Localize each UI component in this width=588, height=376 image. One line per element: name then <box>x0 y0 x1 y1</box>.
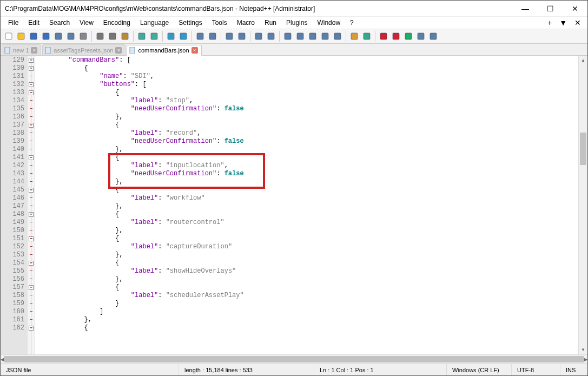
doc-list-icon[interactable] <box>319 30 331 42</box>
folder-icon[interactable] <box>348 30 360 42</box>
play-multi-icon[interactable] <box>415 30 427 42</box>
scroll-thumb-h[interactable] <box>4 356 584 362</box>
code-line[interactable]: { <box>37 121 578 129</box>
fold-toggle[interactable]: − <box>29 236 34 241</box>
menu-edit[interactable]: Edit <box>24 18 44 28</box>
code-line[interactable]: }, <box>37 251 578 259</box>
menu-[interactable]: ? <box>346 18 358 28</box>
stop-macro-icon[interactable] <box>390 30 402 42</box>
code-line[interactable]: { <box>37 235 578 243</box>
fold-toggle[interactable]: − <box>29 66 34 71</box>
code-line[interactable]: } <box>37 300 578 308</box>
udl-icon[interactable] <box>294 30 306 42</box>
code-line[interactable]: "needUserConfirmation": false <box>37 170 578 178</box>
vertical-scrollbar[interactable]: ▲ ▼ <box>578 56 587 354</box>
code-line[interactable]: "label": "schedulerAssetPlay" <box>37 292 578 300</box>
code-line[interactable]: "label": "record", <box>37 129 578 137</box>
replace-icon[interactable] <box>177 30 189 42</box>
code-line[interactable]: }, <box>37 275 578 283</box>
code-line[interactable]: "label": "captureDuration" <box>37 243 578 251</box>
scroll-down-button[interactable]: ▼ <box>579 345 587 354</box>
code-line[interactable]: "needUserConfirmation": false <box>37 137 578 146</box>
sync-h-icon[interactable] <box>236 30 248 42</box>
menu-window[interactable]: Window <box>313 18 345 28</box>
code-line[interactable]: { <box>37 186 578 194</box>
save-all-icon[interactable] <box>40 30 52 42</box>
sync-v-icon[interactable] <box>223 30 235 42</box>
code-line[interactable]: "commandBars": [ <box>37 56 578 64</box>
code-line[interactable]: }, <box>37 202 578 210</box>
code-line[interactable]: { <box>37 64 578 72</box>
code-line[interactable]: "label": "showHideOverlays" <box>37 267 578 275</box>
zoom-out-icon[interactable] <box>207 30 219 42</box>
code-line[interactable]: "label": "workflow" <box>37 194 578 202</box>
scroll-thumb-v[interactable] <box>580 133 586 165</box>
code-line[interactable]: "buttons": [ <box>37 81 578 89</box>
play-macro-icon[interactable] <box>402 30 414 42</box>
function-list-icon[interactable] <box>332 30 343 42</box>
code-line[interactable]: "label": "routercontrol" <box>37 219 578 227</box>
code-line[interactable]: { <box>37 210 578 219</box>
menu-view[interactable]: View <box>75 18 98 28</box>
fold-toggle[interactable]: − <box>29 82 34 87</box>
close-icon[interactable] <box>52 30 64 42</box>
code-line[interactable]: "needUserConfirmation": false <box>37 105 578 113</box>
code-line[interactable]: }, <box>37 316 578 324</box>
save-icon[interactable] <box>28 30 39 42</box>
menu-language[interactable]: Language <box>136 18 173 28</box>
save-macro-icon[interactable] <box>427 30 439 42</box>
menu-plus-button[interactable]: + <box>544 17 555 28</box>
code-line[interactable]: "label": "stop", <box>37 97 578 105</box>
tab-close-icon[interactable]: × <box>31 47 37 54</box>
code-line[interactable]: }, <box>37 113 578 121</box>
tab-close-icon[interactable]: × <box>191 47 198 54</box>
menu-tools[interactable]: Tools <box>208 18 232 28</box>
maximize-button[interactable]: ☐ <box>538 1 563 17</box>
menu-macro[interactable]: Macro <box>233 18 259 28</box>
paste-icon[interactable] <box>119 30 131 42</box>
menu-dropdown-button[interactable]: ▼ <box>556 17 570 28</box>
monitor-icon[interactable] <box>361 30 373 42</box>
menu-plugins[interactable]: Plugins <box>282 18 312 28</box>
open-file-icon[interactable] <box>15 30 27 42</box>
code-line[interactable]: ] <box>37 308 578 316</box>
scroll-up-button[interactable]: ▲ <box>579 56 587 65</box>
show-all-icon[interactable] <box>265 30 277 42</box>
code-line[interactable]: { <box>37 259 578 267</box>
print-icon[interactable] <box>77 30 89 42</box>
tab-new-1[interactable]: new 1× <box>2 44 41 55</box>
close-window-button[interactable]: ✕ <box>563 1 587 17</box>
code-line[interactable]: }, <box>37 146 578 154</box>
close-all-icon[interactable] <box>65 30 77 42</box>
code-line[interactable]: }, <box>37 227 578 235</box>
fold-toggle[interactable]: − <box>29 58 34 63</box>
redo-icon[interactable] <box>148 30 160 42</box>
indent-guide-icon[interactable] <box>282 30 294 42</box>
fold-toggle[interactable]: − <box>29 261 34 266</box>
code-line[interactable]: }, <box>37 178 578 186</box>
menu-settings[interactable]: Settings <box>174 18 206 28</box>
new-file-icon[interactable] <box>3 30 15 42</box>
minimize-button[interactable]: — <box>513 1 538 17</box>
code-line[interactable]: { <box>37 89 578 97</box>
menu-file[interactable]: File <box>4 18 23 28</box>
fold-toggle[interactable]: − <box>29 123 34 128</box>
fold-toggle[interactable]: − <box>29 326 34 331</box>
menu-encoding[interactable]: Encoding <box>99 18 135 28</box>
fold-toggle[interactable]: − <box>29 155 34 160</box>
horizontal-scrollbar[interactable]: ◀ ▶ <box>1 354 587 364</box>
tab-commandbars-json[interactable]: commandBars.json× <box>127 45 201 56</box>
scroll-right-button[interactable]: ▶ <box>584 355 587 364</box>
zoom-in-icon[interactable] <box>194 30 206 42</box>
find-icon[interactable] <box>165 30 177 42</box>
copy-icon[interactable] <box>107 30 118 42</box>
wordwrap-icon[interactable] <box>253 30 265 42</box>
fold-toggle[interactable]: − <box>29 212 34 217</box>
code-line[interactable]: { <box>37 324 578 332</box>
code-editor[interactable]: "commandBars": [ { "name": "SDI", "butto… <box>35 56 578 354</box>
fold-toggle[interactable]: − <box>29 188 34 193</box>
code-line[interactable]: { <box>37 283 578 292</box>
menu-search[interactable]: Search <box>45 18 74 28</box>
doc-map-icon[interactable] <box>307 30 319 42</box>
fold-toggle[interactable]: − <box>29 90 34 95</box>
